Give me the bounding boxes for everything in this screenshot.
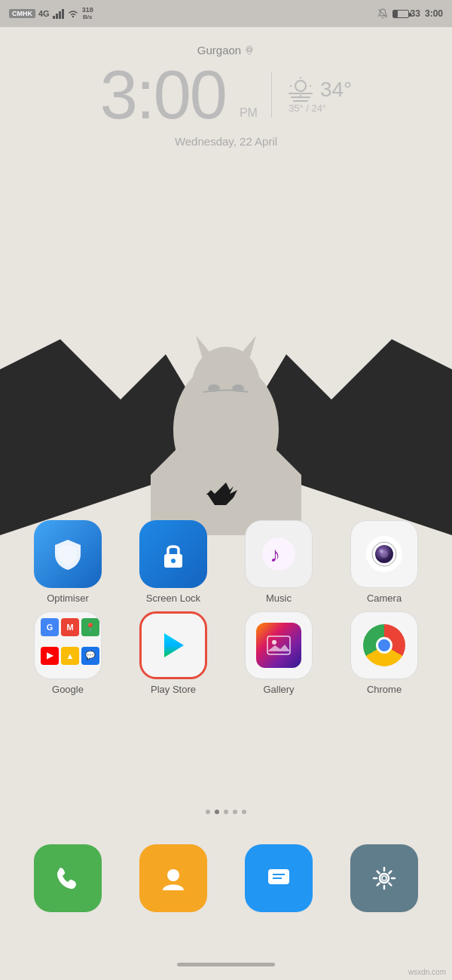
chrome-center <box>376 637 392 654</box>
sim-label: CMHK <box>9 9 35 18</box>
battery-percent: 33 <box>411 8 420 19</box>
svg-rect-29 <box>267 636 290 654</box>
temp-range: 35° / 24° <box>289 103 326 114</box>
lock-svg <box>157 537 190 571</box>
phone-icon <box>34 844 102 912</box>
home-indicator[interactable] <box>177 963 275 966</box>
app-google[interactable]: G M 📍 ▶ ▲ 💬 Google <box>23 611 113 695</box>
temp-main: 34° <box>320 78 352 102</box>
location: Gurgaon <box>0 44 452 57</box>
music-svg: ♪ <box>260 535 298 573</box>
settings-svg <box>368 862 401 895</box>
music-icon: ♪ <box>245 520 313 588</box>
location-pin-icon <box>244 45 255 56</box>
gallery-svg <box>266 635 292 656</box>
gallery-icon <box>245 611 313 679</box>
weather-icon <box>286 77 316 103</box>
app-chrome[interactable]: Chrome <box>339 611 429 695</box>
contacts-svg <box>157 862 190 895</box>
status-right: 33 3:00 <box>377 8 443 19</box>
dock-phone[interactable] <box>26 844 109 912</box>
signal-bars <box>53 9 64 19</box>
watermark: wsxdn.com <box>408 968 446 976</box>
settings-icon <box>350 844 418 912</box>
network-speed: 318 B/s <box>82 7 93 21</box>
svg-text:♪: ♪ <box>270 543 280 566</box>
dock-settings[interactable] <box>343 844 426 912</box>
playstore-label: Play Store <box>151 684 196 695</box>
dot-1 <box>206 810 210 814</box>
contacts-icon <box>139 844 207 912</box>
svg-point-32 <box>167 869 179 881</box>
dock-contacts[interactable] <box>132 844 215 912</box>
svg-point-15 <box>208 384 220 392</box>
status-bar: CMHK 4G 318 B/s <box>0 0 452 27</box>
app-optimiser[interactable]: Optimiser <box>23 520 113 604</box>
screenlock-icon <box>139 520 207 588</box>
app-camera[interactable]: Camera <box>339 520 429 604</box>
wifi-icon <box>67 8 79 19</box>
bell-muted-icon <box>377 8 388 19</box>
page-dots <box>0 810 452 814</box>
chrome-inner <box>363 624 405 666</box>
dot-5 <box>242 810 246 814</box>
optimiser-label: Optimiser <box>47 593 89 604</box>
messages-icon <box>245 844 313 912</box>
dot-3 <box>224 810 228 814</box>
weather-block: 34° 35° / 24° <box>286 77 352 114</box>
messages-svg <box>262 862 295 895</box>
network-type: 4G <box>38 9 50 18</box>
svg-point-36 <box>380 874 389 883</box>
dot-2 <box>215 810 219 814</box>
screenlock-label: Screen Lock <box>146 593 200 604</box>
svg-point-2 <box>295 81 306 91</box>
camera-label: Camera <box>367 593 402 604</box>
gallery-label: Gallery <box>263 684 294 695</box>
clock-time: 3:00 <box>100 61 226 129</box>
svg-rect-33 <box>268 869 289 884</box>
app-screenlock[interactable]: Screen Lock <box>128 520 218 604</box>
svg-point-19 <box>171 559 176 563</box>
music-label: Music <box>266 593 292 604</box>
chrome-label: Chrome <box>367 684 402 695</box>
chrome-icon <box>350 611 418 679</box>
status-left: CMHK 4G 318 B/s <box>9 7 93 21</box>
clock-area: Gurgaon 3:00 PM 34° <box>0 27 452 148</box>
app-gallery[interactable]: Gallery <box>234 611 324 695</box>
svg-point-16 <box>232 384 244 392</box>
svg-marker-28 <box>164 633 184 657</box>
google-icon: G M 📍 ▶ ▲ 💬 <box>34 611 102 679</box>
battery-indicator: 33 <box>392 8 420 19</box>
svg-point-27 <box>380 550 383 553</box>
status-time: 3:00 <box>425 8 443 19</box>
app-playstore[interactable]: Play Store <box>128 611 218 695</box>
dock-messages[interactable] <box>237 844 320 912</box>
app-grid: Optimiser Screen Lock ♪ Music <box>0 520 452 703</box>
clock-row: 3:00 PM 34° 35° / 24° <box>0 61 452 129</box>
playstore-svg <box>154 626 193 665</box>
shield-svg <box>50 537 85 571</box>
dock <box>0 844 452 912</box>
svg-point-12 <box>192 347 260 422</box>
optimiser-icon <box>34 520 102 588</box>
batman-wallpaper: BATMAN <box>0 279 452 535</box>
svg-marker-31 <box>267 645 290 651</box>
app-row-2: G M 📍 ▶ ▲ 💬 Google <box>15 611 437 695</box>
google-label: Google <box>52 684 84 695</box>
playstore-icon <box>139 611 207 679</box>
app-music[interactable]: ♪ Music <box>234 520 324 604</box>
gallery-inner <box>256 623 301 668</box>
speed-unit: B/s <box>83 14 92 21</box>
svg-point-37 <box>382 876 386 880</box>
clock-period: PM <box>240 106 258 120</box>
app-row-1: Optimiser Screen Lock ♪ Music <box>15 520 437 604</box>
dot-4 <box>233 810 237 814</box>
date-text: Wednesday, 22 April <box>0 135 452 148</box>
camera-icon <box>350 520 418 588</box>
phone-svg <box>51 862 84 895</box>
camera-svg <box>364 534 405 574</box>
svg-point-30 <box>272 640 276 645</box>
svg-point-1 <box>248 47 252 51</box>
